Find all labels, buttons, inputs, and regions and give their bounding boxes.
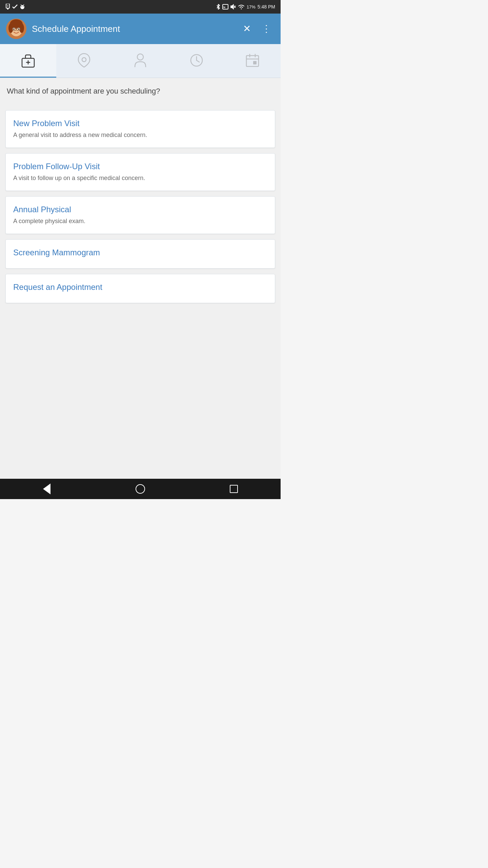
svg-point-28 (82, 58, 86, 62)
svg-rect-1 (7, 8, 8, 9)
status-icons-left (5, 4, 25, 10)
svg-line-6 (21, 4, 21, 5)
appointment-type-annual-physical[interactable]: Annual Physical A complete physical exam… (5, 196, 275, 234)
home-button[interactable] (134, 482, 147, 496)
nfc-icon: N (222, 4, 228, 9)
svg-point-20 (13, 28, 15, 30)
svg-text:N: N (223, 6, 225, 9)
main-content: What kind of appointment are you schedul… (0, 78, 281, 479)
appointment-type-annual-physical-title: Annual Physical (13, 205, 267, 214)
tab-location[interactable] (56, 44, 113, 78)
appointment-type-new-problem-title: New Problem Visit (13, 119, 267, 128)
appointment-type-mammogram-title: Screening Mammogram (13, 248, 267, 257)
svg-line-7 (23, 4, 24, 5)
check-icon (12, 4, 18, 9)
tab-calendar[interactable] (224, 44, 281, 78)
step-navigation (0, 44, 281, 78)
mute-icon (230, 4, 236, 9)
appointment-type-request-title: Request an Appointment (13, 282, 267, 292)
svg-point-3 (20, 5, 24, 9)
appointment-type-new-problem-desc: A general visit to address a new medical… (13, 131, 267, 139)
more-button[interactable]: ⋮ (259, 21, 274, 36)
appointment-type-annual-physical-desc: A complete physical exam. (13, 217, 267, 225)
svg-point-21 (18, 28, 19, 30)
avatar-image (6, 19, 26, 39)
appointment-type-request[interactable]: Request an Appointment (5, 274, 275, 303)
appointment-type-followup[interactable]: Problem Follow-Up Visit A visit to follo… (5, 153, 275, 191)
status-time: 5:48 PM (258, 4, 275, 9)
status-bar: N 17% 5:48 PM (0, 0, 281, 14)
android-icon (20, 4, 25, 9)
bluetooth-icon (216, 4, 220, 9)
tab-appointment-type[interactable] (0, 44, 56, 78)
tab-provider[interactable] (112, 44, 168, 78)
back-icon (43, 484, 50, 494)
tab-time[interactable] (168, 44, 225, 78)
appointment-type-new-problem[interactable]: New Problem Visit A general visit to add… (5, 110, 275, 148)
status-icons-right: N 17% 5:48 PM (216, 4, 275, 9)
usb-icon (5, 4, 10, 10)
wifi-icon (238, 4, 245, 9)
svg-rect-37 (253, 61, 257, 64)
svg-marker-10 (231, 4, 233, 9)
appointment-type-followup-desc: A visit to follow up on a specific medic… (13, 174, 267, 182)
svg-point-4 (21, 6, 22, 7)
calendar-icon (245, 53, 260, 68)
appointment-type-followup-title: Problem Follow-Up Visit (13, 162, 267, 171)
header-title: Schedule Appointment (32, 24, 235, 34)
back-button[interactable] (40, 482, 54, 496)
recent-button[interactable] (227, 482, 241, 496)
recent-icon (230, 485, 238, 493)
battery-percentage: 17% (247, 4, 256, 9)
svg-rect-33 (246, 56, 259, 66)
medical-bag-icon (21, 53, 36, 68)
clock-icon (189, 53, 204, 68)
svg-point-5 (23, 6, 24, 7)
appointment-type-mammogram[interactable]: Screening Mammogram (5, 239, 275, 269)
home-icon (136, 484, 145, 494)
bottom-navigation (0, 479, 281, 499)
svg-point-29 (137, 54, 143, 60)
question-text: What kind of appointment are you schedul… (5, 85, 275, 102)
avatar (6, 19, 26, 39)
person-icon (133, 53, 148, 68)
close-button[interactable]: ✕ (240, 21, 253, 36)
svg-line-32 (197, 60, 199, 62)
location-pin-icon (77, 53, 92, 68)
app-header: Schedule Appointment ✕ ⋮ (0, 14, 281, 44)
